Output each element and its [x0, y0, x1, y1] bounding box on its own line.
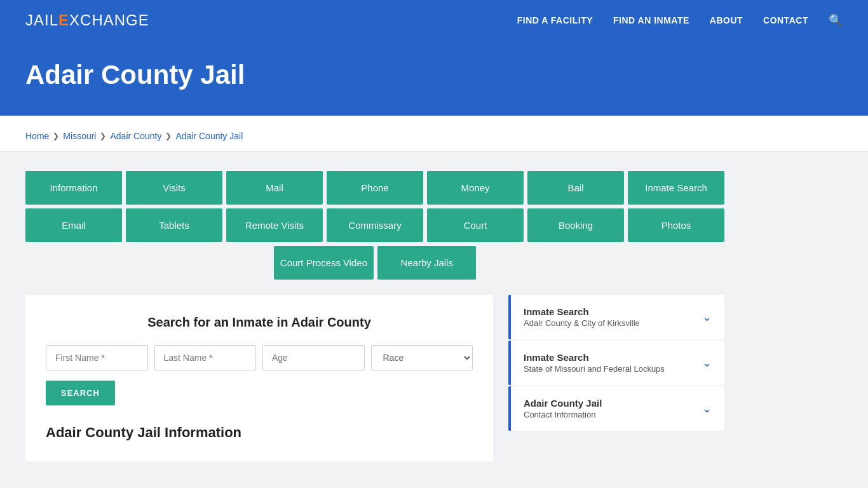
btn-information[interactable]: Information — [25, 171, 122, 205]
btn-commissary[interactable]: Commissary — [327, 208, 423, 242]
sidebar-item-text-3: Adair County Jail Contact Information — [524, 398, 602, 419]
sidebar-item-title-1: Inmate Search — [524, 306, 640, 317]
main-nav: FIND A FACILITY FIND AN INMATE ABOUT CON… — [517, 13, 843, 27]
sidebar-item-text-2: Inmate Search State of Missouri and Fede… — [524, 352, 665, 374]
btn-nearby-jails[interactable]: Nearby Jails — [377, 246, 476, 280]
sidebar-item-subtitle-3: Contact Information — [524, 410, 602, 419]
btn-court[interactable]: Court — [427, 208, 524, 242]
nav-find-facility[interactable]: FIND A FACILITY — [517, 15, 593, 25]
btn-booking[interactable]: Booking — [527, 208, 624, 242]
button-row-1: Information Visits Mail Phone Money Bail… — [25, 171, 724, 205]
hero-section: Adair County Jail — [0, 41, 868, 116]
breadcrumb-current: Adair County Jail — [175, 131, 243, 141]
breadcrumb-missouri[interactable]: Missouri — [63, 131, 96, 141]
btn-visits[interactable]: Visits — [126, 171, 222, 205]
sidebar-item-subtitle-2: State of Missouri and Federal Lockups — [524, 364, 665, 374]
breadcrumb-home[interactable]: Home — [25, 131, 49, 141]
left-panel: Search for an Inmate in Adair County Rac… — [25, 295, 493, 461]
site-logo[interactable]: JAILEXCHANGE — [25, 11, 149, 29]
race-select[interactable]: Race White Black Hispanic Asian Native A… — [371, 345, 473, 370]
age-input[interactable] — [262, 345, 365, 370]
chevron-down-icon-3: ⌄ — [702, 402, 712, 416]
button-row-2: Email Tablets Remote Visits Commissary C… — [25, 208, 724, 242]
nav-about[interactable]: ABOUT — [710, 15, 743, 25]
info-heading: Adair County Jail Information — [46, 424, 473, 441]
right-panel: Inmate Search Adair County & City of Kir… — [508, 295, 724, 461]
logo-jail: JAIL — [25, 11, 58, 29]
chevron-down-icon-2: ⌄ — [702, 356, 712, 370]
sidebar-item-text-1: Inmate Search Adair County & City of Kir… — [524, 306, 640, 328]
content-layout: Search for an Inmate in Adair County Rac… — [25, 295, 724, 461]
chevron-down-icon-1: ⌄ — [702, 310, 712, 324]
sidebar-card-3: Adair County Jail Contact Information ⌄ — [508, 386, 724, 431]
breadcrumb-sep-1: ❯ — [53, 132, 59, 140]
breadcrumb: Home ❯ Missouri ❯ Adair County ❯ Adair C… — [25, 131, 843, 141]
sidebar-item-title-3: Adair County Jail — [524, 398, 602, 409]
info-section: Adair County Jail Information — [46, 424, 473, 441]
header-separator — [0, 116, 868, 121]
logo-xchange: XCHANGE — [69, 11, 149, 29]
header: JAILEXCHANGE FIND A FACILITY FIND AN INM… — [0, 0, 868, 41]
btn-mail[interactable]: Mail — [226, 171, 323, 205]
btn-tablets[interactable]: Tablets — [126, 208, 222, 242]
breadcrumb-sep-3: ❯ — [165, 132, 172, 140]
btn-photos[interactable]: Photos — [628, 208, 724, 242]
breadcrumb-adair-county[interactable]: Adair County — [110, 131, 161, 141]
btn-bail[interactable]: Bail — [527, 171, 624, 205]
nav-contact[interactable]: CONTACT — [763, 15, 808, 25]
btn-money[interactable]: Money — [427, 171, 524, 205]
page-title: Adair County Jail — [25, 60, 843, 90]
sidebar-card-1: Inmate Search Adair County & City of Kir… — [508, 295, 724, 339]
sidebar-item-subtitle-1: Adair County & City of Kirksville — [524, 318, 640, 328]
btn-email[interactable]: Email — [25, 208, 122, 242]
search-fields: Race White Black Hispanic Asian Native A… — [46, 345, 473, 370]
last-name-input[interactable] — [154, 345, 257, 370]
sidebar-item-contact[interactable]: Adair County Jail Contact Information ⌄ — [508, 386, 724, 431]
btn-inmate-search[interactable]: Inmate Search — [628, 171, 724, 205]
sidebar-item-missouri-federal[interactable]: Inmate Search State of Missouri and Fede… — [508, 341, 724, 385]
first-name-input[interactable] — [46, 345, 148, 370]
sidebar-item-adair-kirksville[interactable]: Inmate Search Adair County & City of Kir… — [508, 295, 724, 339]
breadcrumb-sep-2: ❯ — [100, 132, 106, 140]
sidebar-item-title-2: Inmate Search — [524, 352, 665, 363]
search-heading: Search for an Inmate in Adair County — [46, 315, 473, 330]
btn-remote-visits[interactable]: Remote Visits — [226, 208, 323, 242]
sidebar-card-2: Inmate Search State of Missouri and Fede… — [508, 341, 724, 385]
logo-e: E — [58, 11, 69, 29]
nav-find-inmate[interactable]: FIND AN INMATE — [613, 15, 689, 25]
btn-phone[interactable]: Phone — [327, 171, 423, 205]
search-icon[interactable]: 🔍 — [829, 13, 843, 27]
btn-court-process-video[interactable]: Court Process Video — [274, 246, 374, 280]
button-row-3: Court Process Video Nearby Jails — [25, 246, 724, 280]
search-button[interactable]: SEARCH — [46, 381, 115, 405]
main-content: Information Visits Mail Phone Money Bail… — [0, 152, 868, 480]
breadcrumb-bar: Home ❯ Missouri ❯ Adair County ❯ Adair C… — [0, 121, 868, 152]
